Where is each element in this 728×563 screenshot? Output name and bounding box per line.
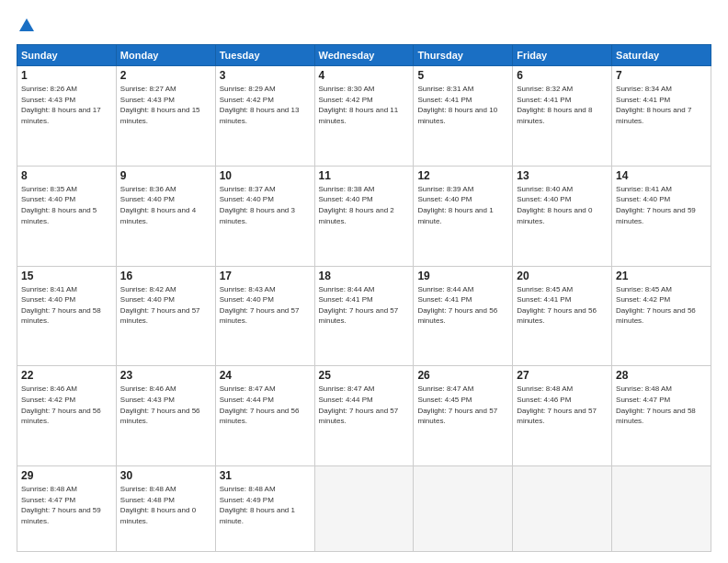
- info-line: Daylight: 8 hours and 11 minutes.: [319, 106, 399, 125]
- calendar-cell: 28Sunrise: 8:48 AMSunset: 4:47 PMDayligh…: [612, 366, 711, 466]
- info-line: Sunrise: 8:45 AM: [616, 285, 672, 293]
- calendar-cell: 26Sunrise: 8:47 AMSunset: 4:45 PMDayligh…: [414, 366, 513, 466]
- calendar-cell: 10Sunrise: 8:37 AMSunset: 4:40 PMDayligh…: [215, 166, 314, 266]
- day-info: Sunrise: 8:47 AMSunset: 4:44 PMDaylight:…: [319, 384, 410, 426]
- info-line: Sunset: 4:40 PM: [220, 295, 274, 304]
- info-line: Sunset: 4:42 PM: [616, 295, 670, 304]
- day-number: 24: [220, 369, 311, 382]
- day-number: 15: [21, 270, 112, 282]
- info-line: Daylight: 8 hours and 1 minute.: [220, 506, 295, 525]
- day-info: Sunrise: 8:48 AMSunset: 4:47 PMDaylight:…: [616, 384, 707, 426]
- info-line: Sunset: 4:40 PM: [220, 195, 274, 203]
- day-number: 12: [417, 169, 508, 182]
- col-monday: Monday: [116, 45, 215, 66]
- calendar-cell: 17Sunrise: 8:43 AMSunset: 4:40 PMDayligh…: [215, 266, 314, 366]
- info-line: Sunset: 4:40 PM: [616, 195, 670, 203]
- day-info: Sunrise: 8:46 AMSunset: 4:42 PMDaylight:…: [21, 384, 112, 426]
- calendar-cell: 13Sunrise: 8:40 AMSunset: 4:40 PMDayligh…: [513, 166, 612, 266]
- info-line: Sunrise: 8:37 AM: [220, 185, 276, 193]
- info-line: Sunrise: 8:46 AM: [120, 385, 176, 393]
- calendar-cell: 8Sunrise: 8:35 AMSunset: 4:40 PMDaylight…: [17, 166, 117, 266]
- calendar-cell: 21Sunrise: 8:45 AMSunset: 4:42 PMDayligh…: [612, 266, 711, 366]
- day-info: Sunrise: 8:43 AMSunset: 4:40 PMDaylight:…: [220, 284, 311, 327]
- calendar-cell: 31Sunrise: 8:48 AMSunset: 4:49 PMDayligh…: [215, 466, 314, 552]
- info-line: Sunset: 4:43 PM: [120, 96, 175, 104]
- info-line: Daylight: 8 hours and 1 minute.: [417, 206, 493, 225]
- info-line: Sunset: 4:41 PM: [616, 96, 670, 104]
- calendar-cell: [612, 466, 711, 552]
- col-wednesday: Wednesday: [314, 45, 414, 66]
- day-info: Sunrise: 8:45 AMSunset: 4:41 PMDaylight:…: [517, 284, 608, 327]
- info-line: Sunrise: 8:44 AM: [417, 285, 473, 293]
- day-number: 13: [517, 169, 608, 182]
- info-line: Sunset: 4:43 PM: [21, 96, 75, 104]
- day-number: 3: [220, 69, 311, 82]
- calendar-cell: 4Sunrise: 8:30 AMSunset: 4:42 PMDaylight…: [314, 66, 414, 167]
- header-row: Sunday Monday Tuesday Wednesday Thursday…: [17, 45, 711, 66]
- day-number: 2: [120, 69, 211, 82]
- info-line: Daylight: 8 hours and 8 minutes.: [517, 106, 592, 125]
- calendar-cell: 7Sunrise: 8:34 AMSunset: 4:41 PMDaylight…: [612, 66, 711, 167]
- day-number: 25: [319, 369, 410, 382]
- logo: [17, 17, 37, 35]
- info-line: Sunrise: 8:35 AM: [21, 185, 77, 193]
- svg-marker-0: [19, 18, 34, 31]
- info-line: Sunrise: 8:40 AM: [517, 185, 573, 193]
- day-info: Sunrise: 8:34 AMSunset: 4:41 PMDaylight:…: [616, 84, 707, 126]
- info-line: Daylight: 7 hours and 58 minutes.: [616, 407, 696, 426]
- day-number: 26: [417, 369, 508, 382]
- calendar-cell: 23Sunrise: 8:46 AMSunset: 4:43 PMDayligh…: [116, 366, 215, 466]
- day-number: 5: [417, 69, 508, 82]
- info-line: Sunset: 4:44 PM: [319, 396, 373, 404]
- info-line: Daylight: 7 hours and 56 minutes.: [21, 407, 101, 426]
- day-info: Sunrise: 8:31 AMSunset: 4:41 PMDaylight:…: [417, 84, 508, 126]
- info-line: Daylight: 7 hours and 59 minutes.: [21, 506, 101, 525]
- day-number: 7: [616, 69, 707, 82]
- info-line: Sunrise: 8:38 AM: [319, 185, 375, 193]
- calendar-cell: 6Sunrise: 8:32 AMSunset: 4:41 PMDaylight…: [513, 66, 612, 167]
- col-saturday: Saturday: [612, 45, 711, 66]
- info-line: Daylight: 8 hours and 10 minutes.: [417, 106, 497, 125]
- info-line: Sunset: 4:41 PM: [517, 96, 571, 104]
- day-info: Sunrise: 8:42 AMSunset: 4:40 PMDaylight:…: [120, 284, 211, 327]
- info-line: Sunrise: 8:45 AM: [517, 285, 573, 293]
- info-line: Sunset: 4:40 PM: [120, 295, 175, 304]
- calendar-cell: 3Sunrise: 8:29 AMSunset: 4:42 PMDaylight…: [215, 66, 314, 167]
- info-line: Sunrise: 8:47 AM: [220, 385, 276, 393]
- calendar-cell: 11Sunrise: 8:38 AMSunset: 4:40 PMDayligh…: [314, 166, 414, 266]
- logo-icon: [17, 17, 36, 35]
- info-line: Daylight: 8 hours and 0 minutes.: [120, 506, 196, 525]
- day-info: Sunrise: 8:36 AMSunset: 4:40 PMDaylight:…: [120, 184, 211, 226]
- day-number: 17: [220, 270, 311, 282]
- day-info: Sunrise: 8:46 AMSunset: 4:43 PMDaylight:…: [120, 384, 211, 426]
- calendar-cell: [314, 466, 414, 552]
- day-number: 9: [120, 169, 211, 182]
- info-line: Daylight: 7 hours and 56 minutes.: [120, 407, 200, 426]
- calendar-cell: 25Sunrise: 8:47 AMSunset: 4:44 PMDayligh…: [314, 366, 414, 466]
- calendar-cell: 18Sunrise: 8:44 AMSunset: 4:41 PMDayligh…: [314, 266, 414, 366]
- logo-text: [17, 17, 37, 35]
- info-line: Sunrise: 8:48 AM: [616, 385, 672, 393]
- info-line: Sunset: 4:47 PM: [21, 496, 75, 504]
- day-info: Sunrise: 8:48 AMSunset: 4:49 PMDaylight:…: [220, 484, 311, 526]
- info-line: Daylight: 8 hours and 5 minutes.: [21, 206, 97, 225]
- day-number: 20: [517, 270, 608, 282]
- day-number: 29: [21, 469, 112, 482]
- calendar-week-2: 15Sunrise: 8:41 AMSunset: 4:40 PMDayligh…: [17, 266, 711, 366]
- header: [17, 17, 711, 35]
- info-line: Sunset: 4:41 PM: [319, 295, 373, 304]
- info-line: Sunrise: 8:48 AM: [21, 485, 77, 493]
- calendar-cell: 14Sunrise: 8:41 AMSunset: 4:40 PMDayligh…: [612, 166, 711, 266]
- info-line: Sunrise: 8:42 AM: [120, 285, 176, 293]
- day-number: 14: [616, 169, 707, 182]
- info-line: Sunset: 4:40 PM: [417, 195, 472, 203]
- info-line: Sunset: 4:48 PM: [120, 496, 175, 504]
- day-number: 19: [417, 270, 508, 282]
- info-line: Daylight: 8 hours and 13 minutes.: [220, 106, 300, 125]
- info-line: Sunset: 4:49 PM: [220, 496, 274, 504]
- info-line: Daylight: 8 hours and 3 minutes.: [220, 206, 295, 225]
- day-info: Sunrise: 8:48 AMSunset: 4:48 PMDaylight:…: [120, 484, 211, 526]
- info-line: Sunrise: 8:32 AM: [517, 85, 573, 93]
- info-line: Sunrise: 8:36 AM: [120, 185, 176, 193]
- day-info: Sunrise: 8:44 AMSunset: 4:41 PMDaylight:…: [417, 284, 508, 327]
